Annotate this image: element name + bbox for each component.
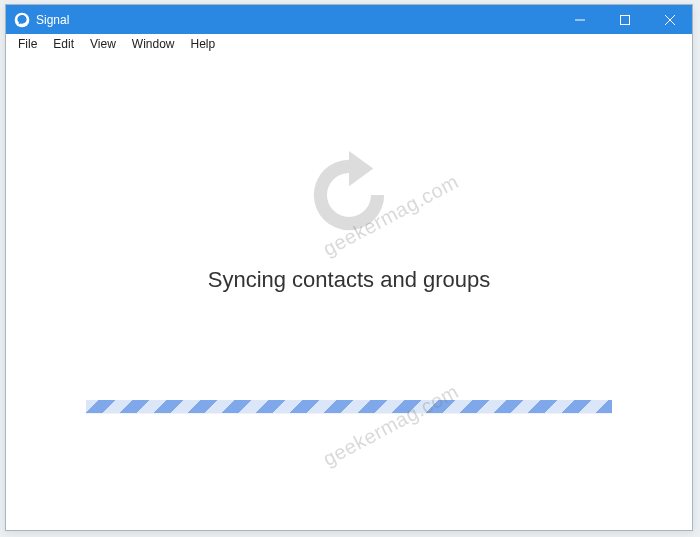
menu-edit[interactable]: Edit (45, 36, 82, 52)
menu-file[interactable]: File (10, 36, 45, 52)
menu-help[interactable]: Help (183, 36, 224, 52)
menubar: File Edit View Window Help (6, 34, 692, 54)
content-area: Syncing contacts and groups geekermag.co… (6, 54, 692, 530)
app-window: Signal File Edit View Window Help Syncin… (5, 4, 693, 531)
watermark: geekermag.com (319, 380, 462, 471)
window-controls (557, 5, 692, 34)
sync-icon (294, 140, 404, 250)
progress-fill (86, 400, 612, 413)
minimize-button[interactable] (557, 5, 602, 34)
menu-window[interactable]: Window (124, 36, 183, 52)
close-button[interactable] (647, 5, 692, 34)
progress-bar (86, 400, 612, 413)
maximize-button[interactable] (602, 5, 647, 34)
status-text: Syncing contacts and groups (6, 267, 692, 293)
app-logo-icon (14, 12, 30, 28)
svg-rect-2 (620, 15, 629, 24)
app-title: Signal (36, 13, 69, 27)
titlebar: Signal (6, 5, 692, 34)
menu-view[interactable]: View (82, 36, 124, 52)
